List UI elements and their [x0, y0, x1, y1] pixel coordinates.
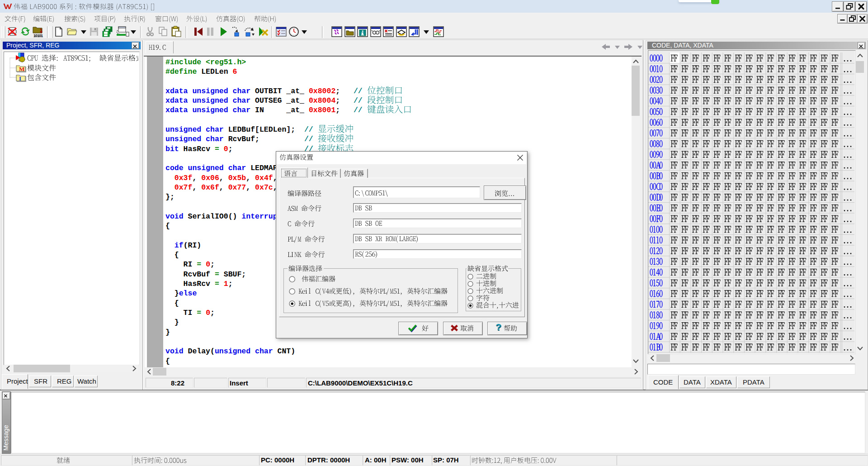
svg-text:M: M: [19, 66, 24, 72]
svg-text:I: I: [19, 75, 21, 82]
svg-text:10101: 10101: [33, 33, 43, 38]
